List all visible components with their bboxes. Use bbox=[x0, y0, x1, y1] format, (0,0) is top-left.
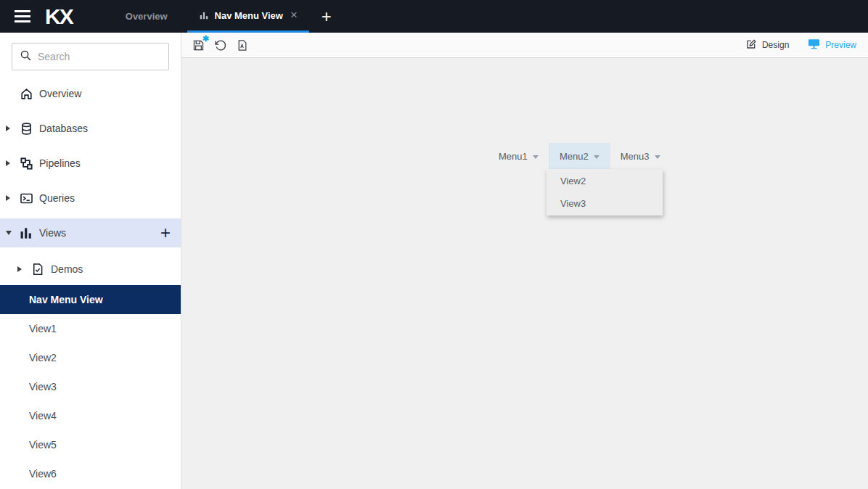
chevron-right-icon[interactable] bbox=[6, 195, 10, 201]
chevron-right-icon[interactable] bbox=[6, 126, 10, 131]
dropdown-item-label: View2 bbox=[560, 176, 586, 186]
sidebar-item-label: View1 bbox=[29, 323, 57, 334]
sidebar-item-view3[interactable]: View3 bbox=[0, 372, 181, 401]
sidebar-item-label: View6 bbox=[29, 468, 57, 480]
sidebar-item-overview[interactable]: Overview bbox=[0, 76, 181, 111]
dropdown-item-view2[interactable]: View2 bbox=[546, 170, 663, 192]
sidebar-item-label: Overview bbox=[39, 88, 81, 99]
edit-pencil-icon bbox=[745, 38, 757, 52]
design-mode-button[interactable]: Design bbox=[745, 38, 789, 52]
caret-down-icon bbox=[594, 155, 599, 159]
unsaved-changes-icon: ✱ bbox=[202, 35, 209, 43]
menu-item-label: Menu2 bbox=[560, 151, 589, 162]
home-icon bbox=[19, 86, 33, 101]
kx-logo: KX bbox=[38, 0, 80, 33]
dropdown-item-label: View3 bbox=[560, 198, 586, 209]
sidebar-item-label: Pipelines bbox=[39, 157, 81, 169]
mode-toggle: Design Preview bbox=[745, 38, 856, 52]
chevron-right-icon[interactable] bbox=[6, 160, 10, 166]
sidebar-item-label: Nav Menu View bbox=[29, 294, 103, 305]
nav-menu-item-menu2[interactable]: Menu2 bbox=[549, 143, 610, 169]
tab-active-label: Nav Menu View bbox=[215, 10, 283, 21]
chevron-right-icon[interactable] bbox=[17, 266, 22, 272]
document-check-icon bbox=[30, 262, 45, 276]
monitor-icon bbox=[808, 38, 820, 52]
tab-overview-label: Overview bbox=[126, 11, 168, 22]
sidebar-item-label: View2 bbox=[29, 352, 57, 363]
preview-label: Preview bbox=[825, 40, 856, 50]
nav-menu-dropdown: View2 View3 bbox=[546, 169, 663, 215]
nav-menu-item-menu3[interactable]: Menu3 bbox=[610, 143, 671, 169]
dashboard-canvas: Menu1 Menu2 Menu3 View2 View3 bbox=[181, 58, 868, 489]
top-bar: KX Overview Nav Menu View × + bbox=[0, 0, 868, 33]
dropdown-item-view3[interactable]: View3 bbox=[546, 192, 663, 215]
sidebar-item-views[interactable]: Views + bbox=[0, 218, 181, 247]
chevron-down-icon[interactable] bbox=[6, 231, 12, 235]
database-icon bbox=[19, 121, 33, 136]
caret-down-icon bbox=[533, 155, 539, 159]
undo-button[interactable] bbox=[210, 36, 229, 54]
sidebar-item-label: View5 bbox=[29, 439, 57, 451]
menu-item-label: Menu1 bbox=[499, 151, 528, 162]
sidebar-item-databases[interactable]: Databases bbox=[0, 111, 181, 146]
tab-nav-menu-view[interactable]: Nav Menu View × bbox=[187, 0, 309, 33]
sidebar-item-label: View3 bbox=[29, 381, 57, 393]
preview-mode-button[interactable]: Preview bbox=[808, 38, 856, 52]
sidebar-item-demos[interactable]: Demos bbox=[0, 253, 181, 285]
terminal-icon bbox=[19, 191, 33, 205]
sidebar-item-label: Queries bbox=[39, 192, 75, 204]
menu-item-label: Menu3 bbox=[621, 151, 650, 162]
sidebar-item-label: Views bbox=[39, 227, 66, 239]
search-icon bbox=[20, 49, 32, 65]
pipeline-icon bbox=[19, 156, 33, 170]
bar-chart-icon bbox=[19, 226, 33, 240]
close-tab-icon[interactable]: × bbox=[290, 8, 298, 22]
sidebar-item-view2[interactable]: View2 bbox=[0, 343, 181, 372]
tab-bar: Overview Nav Menu View × + bbox=[106, 0, 344, 33]
hamburger-menu-icon[interactable] bbox=[0, 0, 38, 33]
nav-menu-item-menu1[interactable]: Menu1 bbox=[488, 143, 549, 169]
search-box[interactable] bbox=[12, 43, 169, 70]
bar-chart-icon bbox=[199, 10, 209, 20]
sidebar-item-view1[interactable]: View1 bbox=[0, 314, 181, 343]
design-label: Design bbox=[762, 40, 789, 50]
sidebar-item-label: Databases bbox=[39, 123, 88, 134]
sidebar-item-view5[interactable]: View5 bbox=[0, 430, 181, 459]
tab-overview[interactable]: Overview bbox=[106, 0, 187, 33]
search-input[interactable] bbox=[38, 51, 169, 62]
add-tab-button[interactable]: + bbox=[309, 0, 344, 33]
sidebar-item-view6[interactable]: View6 bbox=[0, 459, 181, 488]
editor-toolbar: ✱ Design bbox=[181, 33, 868, 58]
save-button[interactable]: ✱ bbox=[189, 36, 208, 54]
sidebar-item-pipelines[interactable]: Pipelines bbox=[0, 146, 181, 181]
sidebar-item-nav-menu-view[interactable]: Nav Menu View bbox=[0, 285, 181, 314]
caret-down-icon bbox=[655, 155, 660, 159]
export-pdf-button[interactable] bbox=[232, 36, 251, 54]
nav-menu-component: Menu1 Menu2 Menu3 bbox=[488, 143, 671, 169]
sidebar-item-view4[interactable]: View4 bbox=[0, 401, 181, 430]
sidebar: Overview Databases Pipelines bbox=[0, 33, 181, 489]
add-view-button[interactable]: + bbox=[160, 224, 171, 242]
sidebar-item-queries[interactable]: Queries bbox=[0, 181, 181, 215]
sidebar-item-label: View4 bbox=[29, 410, 57, 422]
sidebar-item-label: Demos bbox=[51, 263, 83, 275]
